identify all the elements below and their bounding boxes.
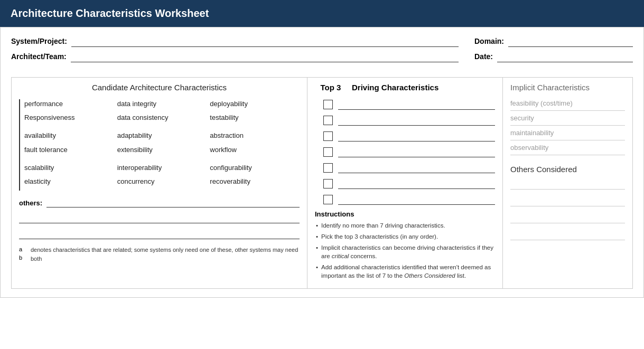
list-item: data consistency — [117, 113, 204, 122]
implicit-item-3: maintainability — [510, 129, 625, 140]
candidate-col-1: performance Responsiveness availability … — [19, 99, 114, 191]
instruction-1: Identify no more than 7 driving characte… — [315, 221, 495, 230]
checkbox-1[interactable] — [323, 100, 333, 109]
list-item: interoperability — [117, 163, 204, 173]
checkbox-6[interactable] — [323, 179, 333, 188]
driving-row-1 — [315, 99, 495, 110]
implicit-item-2: security — [510, 114, 625, 126]
driving-panel: Top 3 Driving Characteristics — [307, 78, 503, 288]
system-label: System/Project: — [11, 37, 67, 45]
list-item: availability — [24, 131, 111, 140]
candidate-panel: Candidate Architecture Characteristics p… — [12, 78, 307, 288]
list-item: performance — [24, 99, 111, 109]
page-title: Architecture Characteristics Worksheet — [11, 7, 209, 19]
footnote-a: a — [19, 246, 26, 253]
top3-title: Top 3 — [315, 83, 347, 92]
list-item: extensibility — [117, 145, 204, 155]
candidate-col-2: data integrity data consistency adaptabi… — [114, 99, 207, 191]
list-item: configurability — [210, 163, 296, 173]
driving-row-6 — [315, 178, 495, 189]
form-left: System/Project: Architect/Team: — [11, 36, 459, 67]
checkbox-7[interactable] — [323, 195, 333, 204]
footnote: a b denotes characteristics that are rel… — [19, 246, 300, 263]
page-header: Architecture Characteristics Worksheet — [0, 0, 644, 27]
list-item: data integrity — [117, 99, 204, 109]
implicit-title: Implicit Characteristics — [510, 83, 625, 92]
list-item: adaptability — [117, 131, 204, 140]
others-blank-4 — [510, 231, 625, 240]
instruction-2: Pick the top 3 characteristics (in any o… — [315, 232, 495, 241]
driving-input-7[interactable] — [338, 194, 495, 205]
driving-row-5 — [315, 163, 495, 173]
others-blank-1 — [510, 180, 625, 190]
blank-line-1 — [19, 214, 300, 223]
architect-label: Architect/Team: — [11, 52, 67, 61]
instruction-3: Implicit characteristics can become driv… — [315, 243, 495, 260]
driving-row-4 — [315, 147, 495, 157]
domain-label: Domain: — [474, 37, 504, 45]
driving-input-6[interactable] — [338, 178, 495, 189]
architect-input[interactable] — [71, 51, 459, 62]
footnote-letters: a b — [19, 246, 26, 262]
system-row: System/Project: — [11, 36, 459, 47]
list-item: testability — [210, 113, 296, 122]
others-row: others: — [19, 199, 300, 207]
others-input[interactable] — [46, 199, 300, 207]
list-item: elasticity — [24, 177, 111, 186]
list-item: scalability — [24, 163, 111, 173]
instructions-section: Instructions Identify no more than 7 dri… — [315, 210, 495, 280]
domain-input[interactable] — [508, 36, 633, 47]
driving-input-4[interactable] — [338, 147, 495, 157]
checkbox-5[interactable] — [323, 163, 333, 173]
content-area: System/Project: Architect/Team: Domain: … — [0, 27, 644, 298]
implicit-panel: Implicit Characteristics feasibility (co… — [503, 78, 632, 288]
footnote-b: b — [19, 254, 26, 262]
architect-row: Architect/Team: — [11, 51, 459, 62]
list-item: Responsiveness — [24, 113, 111, 122]
implicit-item-4: observability — [510, 144, 625, 155]
checkbox-4[interactable] — [323, 147, 333, 157]
implicit-item-1: feasibility (cost/time) — [510, 99, 625, 111]
form-section: System/Project: Architect/Team: Domain: … — [11, 36, 633, 67]
others-blank-2 — [510, 197, 625, 206]
list-item: recoverability — [210, 177, 296, 186]
system-input[interactable] — [71, 36, 459, 47]
date-input[interactable] — [497, 51, 633, 62]
date-row: Date: — [474, 51, 633, 62]
driving-row-7 — [315, 194, 495, 205]
driving-row-2 — [315, 115, 495, 126]
list-item: deployability — [210, 99, 296, 109]
list-item: abstraction — [210, 131, 296, 140]
others-blank-3 — [510, 214, 625, 223]
driving-title: Driving Characteristics — [352, 83, 495, 92]
candidate-columns: performance Responsiveness availability … — [19, 99, 300, 191]
candidate-title: Candidate Architecture Characteristics — [19, 83, 300, 92]
list-item: concurrency — [117, 177, 204, 186]
driving-input-1[interactable] — [338, 99, 495, 110]
driving-input-5[interactable] — [338, 163, 495, 173]
candidate-col-3: deployability testability abstraction wo… — [207, 99, 300, 191]
driving-row-3 — [315, 131, 495, 142]
others-label: others: — [19, 199, 42, 207]
main-grid: Candidate Architecture Characteristics p… — [11, 77, 633, 289]
driving-input-3[interactable] — [338, 131, 495, 142]
others-considered-title: Others Considered — [510, 165, 625, 174]
form-right: Domain: Date: — [474, 36, 633, 67]
blank-line-2 — [19, 230, 300, 239]
instruction-4: Add additional characteristics identifie… — [315, 263, 495, 280]
date-label: Date: — [474, 52, 493, 61]
list-item: fault tolerance — [24, 145, 111, 155]
list-item: workflow — [210, 145, 296, 155]
domain-row: Domain: — [474, 36, 633, 47]
instructions-title: Instructions — [315, 210, 495, 218]
instructions-list: Identify no more than 7 driving characte… — [315, 221, 495, 280]
checkbox-2[interactable] — [323, 116, 333, 125]
others-section: others: — [19, 197, 300, 239]
footnote-text: denotes characteristics that are related… — [31, 246, 300, 263]
driving-input-2[interactable] — [338, 115, 495, 126]
checkbox-3[interactable] — [323, 131, 333, 141]
driving-header: Top 3 Driving Characteristics — [315, 83, 495, 92]
